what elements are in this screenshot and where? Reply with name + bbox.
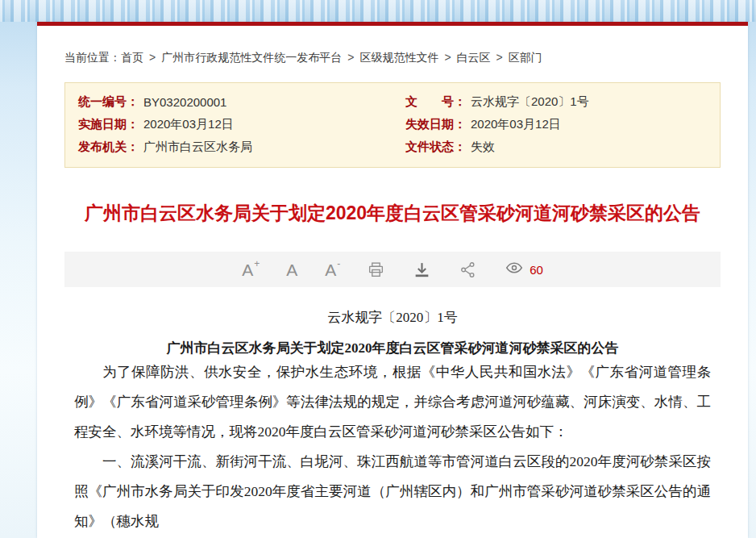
meta-effective-date-value: 2020年03月12日 bbox=[143, 117, 234, 132]
page-title: 广州市白云区水务局关于划定2020年度白云区管采砂河道河砂禁采区的公告 bbox=[84, 200, 701, 227]
share-icon bbox=[459, 261, 477, 279]
meta-doc-number: 文 号： 云水规字〔2020〕1号 bbox=[393, 90, 720, 113]
font-increase-button[interactable]: A+ bbox=[242, 261, 259, 278]
views-count: 60 bbox=[530, 263, 543, 277]
printer-icon bbox=[367, 261, 385, 279]
font-default-button[interactable]: A bbox=[286, 261, 297, 278]
meta-doc-number-label: 文 号： bbox=[405, 94, 466, 110]
font-decrease-letter: A bbox=[325, 261, 336, 278]
meta-expiry-date-label: 失效日期： bbox=[405, 117, 466, 132]
meta-expiry-date: 失效日期： 2020年03月12日 bbox=[393, 113, 720, 136]
meta-effective-date: 实施日期： 2020年03月12日 bbox=[65, 113, 393, 136]
font-default-letter: A bbox=[286, 261, 297, 278]
download-icon bbox=[413, 261, 431, 279]
meta-unified-number: 统一编号： BY0320200001 bbox=[65, 90, 393, 113]
meta-expiry-date-value: 2020年03月12日 bbox=[471, 117, 561, 132]
font-increase-letter: A bbox=[242, 261, 253, 278]
document-paragraph: 一、流溪河干流、新街河干流、白坭河、珠江西航道等市管河道白云区段的2020年度河… bbox=[74, 447, 711, 536]
breadcrumb-item-home[interactable]: 首页 bbox=[121, 51, 143, 64]
meta-issuing-agency: 发布机关： 广州市白云区水务局 bbox=[65, 136, 393, 158]
meta-issuing-agency-value: 广州市白云区水务局 bbox=[143, 140, 252, 155]
meta-file-status: 文件状态： 失效 bbox=[393, 136, 720, 158]
meta-unified-number-label: 统一编号： bbox=[78, 94, 139, 110]
breadcrumb-item-department[interactable]: 区部门 bbox=[509, 51, 542, 64]
document-paragraph: 为了保障防洪、供水安全，保护水生态环境，根据《中华人民共和国水法》《广东省河道管… bbox=[74, 357, 711, 447]
print-button[interactable] bbox=[367, 261, 385, 279]
meta-effective-date-label: 实施日期： bbox=[78, 117, 139, 132]
breadcrumb: 当前位置：首页>广州市行政规范性文件统一发布平台>区级规范性文件>白云区>区部门 bbox=[37, 26, 748, 65]
meta-doc-number-value: 云水规字〔2020〕1号 bbox=[471, 94, 589, 110]
views-counter: 60 bbox=[505, 258, 543, 281]
breadcrumb-separator: > bbox=[149, 51, 156, 64]
meta-issuing-agency-label: 发布机关： bbox=[78, 140, 139, 155]
minus-icon: - bbox=[337, 259, 340, 269]
document-meta-table: 统一编号： BY0320200001 文 号： 云水规字〔2020〕1号 实施日… bbox=[64, 82, 721, 168]
font-decrease-button[interactable]: A- bbox=[325, 261, 339, 278]
toolbar: A+ A A- bbox=[64, 252, 721, 287]
document-body: 云水规字〔2020〕1号 广州市白云区水务局关于划定2020年度白云区管采砂河道… bbox=[74, 308, 711, 536]
eye-icon bbox=[505, 258, 524, 281]
breadcrumb-item-baiyun[interactable]: 白云区 bbox=[457, 51, 491, 64]
breadcrumb-separator: > bbox=[444, 51, 451, 64]
meta-unified-number-value: BY0320200001 bbox=[143, 95, 226, 109]
breadcrumb-item-district-files[interactable]: 区级规范性文件 bbox=[359, 51, 438, 64]
document-number-line: 云水规字〔2020〕1号 bbox=[74, 308, 711, 327]
breadcrumb-label: 当前位置： bbox=[64, 51, 121, 64]
plus-icon: + bbox=[254, 259, 260, 269]
breadcrumb-item-platform[interactable]: 广州市行政规范性文件统一发布平台 bbox=[161, 51, 342, 64]
document-title-line: 广州市白云区水务局关于划定2020年度白云区管采砂河道河砂禁采区的公告 bbox=[74, 339, 711, 357]
breadcrumb-separator: > bbox=[496, 51, 503, 64]
meta-file-status-value: 失效 bbox=[471, 140, 495, 155]
meta-file-status-label: 文件状态： bbox=[405, 140, 466, 155]
share-button[interactable] bbox=[459, 261, 477, 279]
content-panel: 当前位置：首页>广州市行政规范性文件统一发布平台>区级规范性文件>白云区>区部门… bbox=[37, 22, 748, 538]
download-button[interactable] bbox=[413, 261, 431, 279]
header-cityscape-banner bbox=[0, 0, 756, 22]
breadcrumb-separator: > bbox=[347, 51, 354, 64]
